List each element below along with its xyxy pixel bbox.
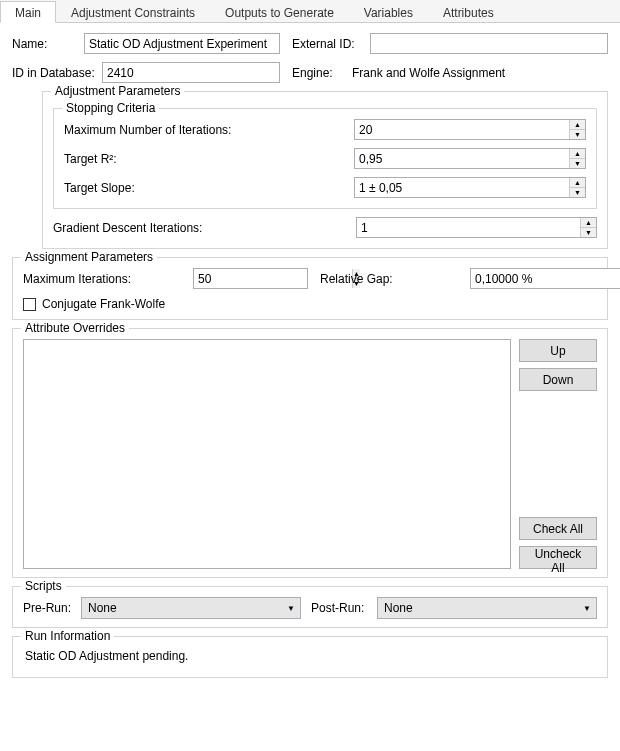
target-slope-spinner[interactable]: ▲▼	[354, 177, 586, 198]
tab-main[interactable]: Main	[0, 1, 56, 23]
prerun-value: None	[82, 598, 282, 618]
assignment-max-iter-label: Maximum Iterations:	[23, 272, 193, 286]
attribute-overrides-title: Attribute Overrides	[21, 321, 129, 335]
uncheck-all-button[interactable]: Uncheck All	[519, 546, 597, 569]
gradient-iterations-spinner[interactable]: ▲▼	[356, 217, 597, 238]
scripts-group: Scripts Pre-Run: None ▼ Post-Run: None ▼	[12, 586, 608, 628]
chevron-down-icon: ▼	[282, 598, 300, 618]
prerun-label: Pre-Run:	[23, 601, 81, 615]
adjustment-parameters-title: Adjustment Parameters	[51, 84, 184, 98]
postrun-combo[interactable]: None ▼	[377, 597, 597, 619]
attribute-overrides-list[interactable]	[23, 339, 511, 569]
engine-label: Engine:	[292, 66, 352, 80]
attribute-overrides-group: Attribute Overrides Up Down Check All Un…	[12, 328, 608, 578]
check-all-button[interactable]: Check All	[519, 517, 597, 540]
tab-variables[interactable]: Variables	[349, 1, 428, 23]
spinner-up-icon[interactable]: ▲	[570, 120, 585, 130]
run-information-title: Run Information	[21, 629, 114, 643]
tab-adjustment-constraints[interactable]: Adjustment Constraints	[56, 1, 210, 23]
scripts-title: Scripts	[21, 579, 66, 593]
spinner-down-icon[interactable]: ▼	[570, 159, 585, 168]
chevron-down-icon: ▼	[578, 598, 596, 618]
external-id-input[interactable]	[370, 33, 608, 54]
gradient-iterations-input[interactable]	[357, 218, 580, 237]
postrun-label: Post-Run:	[311, 601, 377, 615]
spinner-down-icon[interactable]: ▼	[570, 130, 585, 139]
name-label: Name:	[12, 37, 84, 51]
spinner-up-icon[interactable]: ▲	[570, 178, 585, 188]
relative-gap-label: Relative Gap:	[320, 272, 470, 286]
conjugate-frank-wolfe-label: Conjugate Frank-Wolfe	[42, 297, 165, 311]
postrun-value: None	[378, 598, 578, 618]
gradient-iterations-label: Gradient Descent Iterations:	[53, 221, 356, 235]
name-input[interactable]	[84, 33, 280, 54]
spinner-down-icon[interactable]: ▼	[570, 188, 585, 197]
target-r2-label: Target R²:	[64, 152, 354, 166]
up-button[interactable]: Up	[519, 339, 597, 362]
conjugate-frank-wolfe-checkbox[interactable]: Conjugate Frank-Wolfe	[23, 297, 597, 311]
adjustment-parameters-group: Adjustment Parameters Stopping Criteria …	[42, 91, 608, 249]
checkbox-box-icon	[23, 298, 36, 311]
external-id-label: External ID:	[292, 37, 370, 51]
down-button[interactable]: Down	[519, 368, 597, 391]
spinner-up-icon[interactable]: ▲	[581, 218, 596, 228]
stopping-criteria-title: Stopping Criteria	[62, 101, 159, 115]
assignment-max-iter-spinner[interactable]: ▲▼	[193, 268, 308, 289]
max-iterations-label: Maximum Number of Iterations:	[64, 123, 354, 137]
prerun-combo[interactable]: None ▼	[81, 597, 301, 619]
target-slope-label: Target Slope:	[64, 181, 354, 195]
target-r2-spinner[interactable]: ▲▼	[354, 148, 586, 169]
tab-bar: Main Adjustment Constraints Outputs to G…	[0, 0, 620, 23]
run-information-group: Run Information Static OD Adjustment pen…	[12, 636, 608, 678]
relative-gap-input[interactable]	[471, 269, 620, 288]
spinner-up-icon[interactable]: ▲	[570, 149, 585, 159]
stopping-criteria-group: Stopping Criteria Maximum Number of Iter…	[53, 108, 597, 209]
max-iterations-input[interactable]	[355, 120, 569, 139]
relative-gap-spinner[interactable]: ▲▼	[470, 268, 620, 289]
engine-value: Frank and Wolfe Assignment	[352, 66, 505, 80]
tab-attributes[interactable]: Attributes	[428, 1, 509, 23]
max-iterations-spinner[interactable]: ▲▼	[354, 119, 586, 140]
tab-outputs[interactable]: Outputs to Generate	[210, 1, 349, 23]
target-r2-input[interactable]	[355, 149, 569, 168]
db-id-label: ID in Database:	[12, 66, 102, 80]
target-slope-input[interactable]	[355, 178, 569, 197]
db-id-input[interactable]	[102, 62, 280, 83]
assignment-parameters-group: Assignment Parameters Maximum Iterations…	[12, 257, 608, 320]
run-information-text: Static OD Adjustment pending.	[23, 647, 597, 665]
assignment-parameters-title: Assignment Parameters	[21, 250, 157, 264]
spinner-down-icon[interactable]: ▼	[581, 228, 596, 237]
